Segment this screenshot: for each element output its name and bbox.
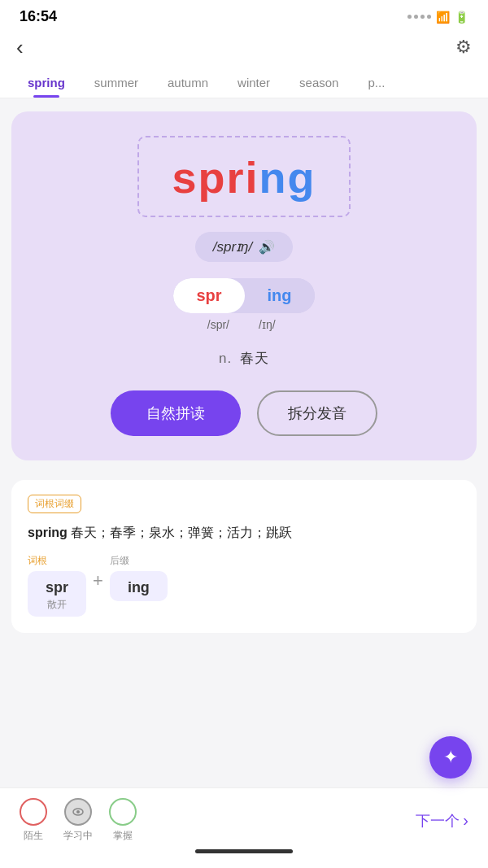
next-label: 下一个 <box>416 811 460 831</box>
root-part-box: spr 散开 <box>28 571 86 617</box>
mastered-circle <box>109 798 137 826</box>
unfamiliar-indicator[interactable]: 陌生 <box>20 798 47 843</box>
syllable-left: spr <box>173 278 244 313</box>
tab-more[interactable]: p... <box>353 68 399 98</box>
settings-button[interactable]: ⚙ <box>455 37 472 58</box>
root-plus: + <box>93 554 103 591</box>
tab-summer[interactable]: summer <box>80 68 153 98</box>
bottom-bar: 陌生 学习中 掌握 下一个 › <box>0 787 488 868</box>
root-suffix-text: ing <box>128 579 150 596</box>
signal-dot-4 <box>427 15 431 19</box>
root-parts-row: 词根 spr 散开 + 后缀 ing <box>28 554 460 617</box>
signal-dot-1 <box>407 15 412 19</box>
phonetic-text: /sprɪŋ/ <box>213 238 253 255</box>
tabs-container: spring summer autumn winter season p... <box>0 68 488 98</box>
tab-season[interactable]: season <box>285 68 353 98</box>
root-definition: spring 春天；春季；泉水；弹簧；活力；跳跃 <box>28 523 460 543</box>
root-part-text: spr <box>46 579 68 596</box>
float-button[interactable]: ✦ <box>429 736 472 779</box>
word-part-red: spri <box>172 153 259 202</box>
learning-indicator[interactable]: 学习中 <box>63 798 93 843</box>
learning-label: 学习中 <box>63 829 93 843</box>
learning-circle <box>64 798 92 826</box>
syllable-phonetics: /spr/ /ɪŋ/ <box>28 318 460 331</box>
root-part-meaning: 散开 <box>46 598 68 612</box>
sparkle-icon: ✦ <box>443 747 458 768</box>
nav-bar: ‹ ⚙ <box>0 30 488 68</box>
status-bar: 16:54 📶 🔋 <box>0 0 488 30</box>
signal-dot-2 <box>414 15 418 19</box>
word-title: spring <box>172 152 316 203</box>
syllable-right-phonetic: /ɪŋ/ <box>244 318 325 331</box>
syllable-left-phonetic: /spr/ <box>163 318 244 331</box>
speaker-icon[interactable]: 🔊 <box>259 239 275 255</box>
home-indicator <box>195 849 293 853</box>
meaning: 春天 <box>240 351 269 366</box>
next-button[interactable]: 下一个 › <box>416 811 468 831</box>
unfamiliar-circle <box>20 798 47 826</box>
next-arrow-icon: › <box>463 811 468 830</box>
root-def-text: 春天；春季；泉水；弹簧；活力；跳跃 <box>71 526 292 539</box>
word-dashed-box: spring <box>137 136 350 217</box>
root-label: 词根 <box>28 554 86 568</box>
root-part-wrapper: 词根 spr 散开 <box>28 554 86 617</box>
word-card: spring /sprɪŋ/ 🔊 spr ing /spr/ /ɪŋ/ n. 春… <box>11 111 477 460</box>
root-suffix-box: ing <box>110 571 168 601</box>
mastered-label: 掌握 <box>113 829 133 843</box>
main-content: spring /sprɪŋ/ 🔊 spr ing /spr/ /ɪŋ/ n. 春… <box>0 98 488 469</box>
svg-point-2 <box>76 810 80 813</box>
tab-winter[interactable]: winter <box>223 68 285 98</box>
split-pronunciation-button[interactable]: 拆分发音 <box>257 390 377 436</box>
eye-icon <box>72 805 85 818</box>
signal-dot-3 <box>420 15 425 19</box>
wifi-icon: 📶 <box>436 11 450 24</box>
status-icons: 📶 🔋 <box>407 11 468 24</box>
root-section: 词根词缀 spring 春天；春季；泉水；弹簧；活力；跳跃 词根 spr 散开 … <box>11 480 477 633</box>
bottom-indicators: 陌生 学习中 掌握 <box>20 798 137 843</box>
buttons-row: 自然拼读 拆分发音 <box>28 390 460 436</box>
pos: n. <box>219 351 232 366</box>
syllable-container: spr ing <box>173 278 314 313</box>
mastered-indicator[interactable]: 掌握 <box>109 798 137 843</box>
back-button[interactable]: ‹ <box>16 37 24 58</box>
unfamiliar-label: 陌生 <box>24 829 43 843</box>
definition: n. 春天 <box>219 349 269 368</box>
signal-dots <box>407 15 431 19</box>
word-part-blue: ng <box>259 153 316 202</box>
suffix-label: 后缀 <box>110 554 168 568</box>
tab-autumn[interactable]: autumn <box>153 68 223 98</box>
root-word: spring <box>28 526 68 539</box>
syllable-right: ing <box>245 278 315 313</box>
bottom-bar-inner: 陌生 学习中 掌握 下一个 › <box>20 798 468 843</box>
tab-spring[interactable]: spring <box>13 68 80 98</box>
status-time: 16:54 <box>20 8 57 25</box>
tabs-row: spring summer autumn winter season p... <box>0 68 488 98</box>
natural-reading-button[interactable]: 自然拼读 <box>111 390 241 436</box>
battery-icon: 🔋 <box>455 11 468 24</box>
phonetic-pill[interactable]: /sprɪŋ/ 🔊 <box>195 232 294 262</box>
root-tag: 词根词缀 <box>28 495 81 513</box>
suffix-part-wrapper: 后缀 ing <box>110 554 168 601</box>
